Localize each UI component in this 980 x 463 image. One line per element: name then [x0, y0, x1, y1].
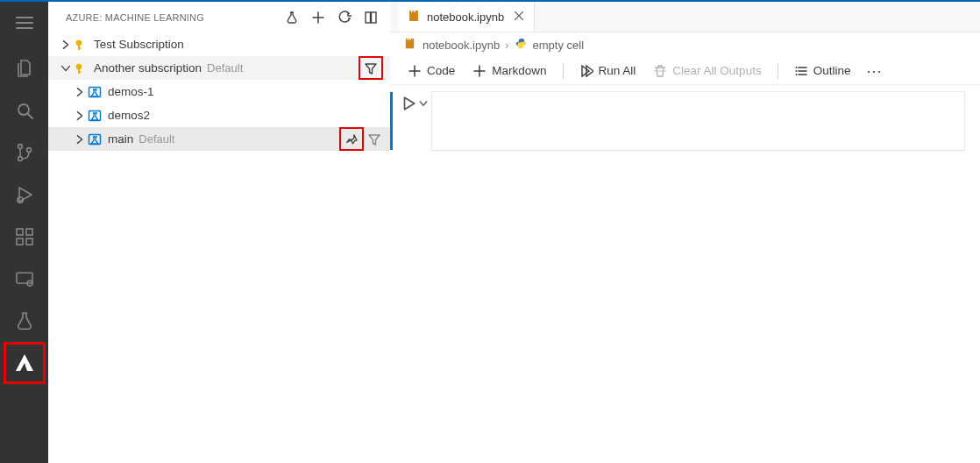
run-options-button[interactable] — [418, 98, 429, 111]
extensions-icon[interactable] — [4, 216, 46, 258]
chevron-right-icon[interactable] — [73, 133, 87, 146]
workspace-label: demos2 — [108, 109, 150, 122]
workspace-item[interactable]: main Default — [48, 127, 390, 151]
default-badge: Default — [138, 132, 174, 146]
test-icon[interactable] — [4, 300, 46, 342]
menu-button[interactable] — [4, 7, 46, 39]
workspace-label: main — [108, 132, 133, 146]
collapse-button[interactable] — [359, 6, 383, 29]
subscription-label: Test Subscription — [94, 38, 184, 51]
workspace-label: demos-1 — [108, 85, 154, 98]
code-cell[interactable] — [432, 92, 964, 150]
toolbar-separator — [563, 63, 564, 79]
chevron-right-icon[interactable] — [59, 39, 73, 51]
key-icon — [73, 61, 89, 75]
subscription-tree: Test Subscription Another subscription D… — [48, 32, 390, 151]
notebook-icon — [408, 9, 422, 25]
remote-explorer-icon[interactable] — [4, 258, 46, 300]
tab-label: notebook.ipynb — [427, 11, 504, 24]
cell-focus-indicator — [390, 92, 393, 150]
cell-run-area — [401, 96, 429, 114]
filter-button[interactable] — [366, 128, 383, 151]
python-icon — [515, 37, 528, 53]
breadcrumb-cell[interactable]: empty cell — [533, 39, 585, 52]
workspace-item[interactable]: demos2 — [48, 103, 390, 127]
sidebar-header: AZURE: MACHINE LEARNING — [48, 2, 390, 32]
chevron-right-icon: › — [505, 39, 508, 52]
create-experiment-button[interactable] — [280, 6, 304, 29]
more-actions-button[interactable]: ⋯ — [861, 61, 888, 81]
toolbar-separator — [778, 63, 778, 79]
clear-outputs-button[interactable]: Clear All Outputs — [646, 60, 768, 82]
search-icon[interactable] — [4, 89, 46, 132]
workspace-item[interactable]: demos-1 — [48, 80, 390, 103]
run-all-button[interactable]: Run All — [572, 60, 643, 82]
subscription-item[interactable]: Another subscription Default — [48, 56, 390, 80]
notebook-body — [390, 85, 980, 463]
notebook-toolbar: Code Markdown Run All Clear All Outputs … — [390, 57, 980, 85]
azure-icon[interactable] — [4, 342, 46, 384]
pin-highlight — [339, 127, 364, 151]
workspace-icon — [87, 132, 103, 146]
activity-bar — [0, 2, 48, 463]
source-control-icon[interactable] — [4, 132, 46, 174]
subscription-item[interactable]: Test Subscription — [48, 32, 390, 56]
workspace-icon — [87, 85, 103, 99]
outline-button[interactable]: Outline — [787, 60, 858, 82]
workspace-icon — [87, 109, 103, 123]
key-icon — [73, 38, 89, 52]
breadcrumb[interactable]: notebook.ipynb › empty cell — [390, 32, 980, 57]
sidebar: AZURE: MACHINE LEARNING Test Subscriptio… — [48, 2, 390, 463]
add-code-button[interactable]: Code — [401, 60, 462, 82]
close-tab-button[interactable] — [513, 10, 525, 25]
editor-area: notebook.ipynb notebook.ipynb › empty ce… — [390, 2, 980, 463]
default-badge: Default — [207, 61, 243, 75]
notebook-icon — [404, 37, 417, 53]
add-markdown-button[interactable]: Markdown — [465, 60, 553, 82]
explorer-icon[interactable] — [4, 47, 46, 89]
add-button[interactable] — [306, 6, 330, 29]
run-debug-icon[interactable] — [4, 174, 46, 216]
breadcrumb-file[interactable]: notebook.ipynb — [423, 39, 500, 52]
chevron-right-icon[interactable] — [73, 86, 87, 98]
pin-button[interactable] — [342, 128, 361, 151]
run-cell-button[interactable] — [401, 96, 416, 114]
filter-highlight — [359, 56, 383, 80]
chevron-right-icon[interactable] — [73, 110, 87, 122]
filter-button[interactable] — [361, 57, 380, 80]
refresh-button[interactable] — [332, 6, 357, 29]
editor-tab[interactable]: notebook.ipynb — [399, 2, 535, 32]
editor-tabs: notebook.ipynb — [390, 2, 980, 32]
sidebar-title: AZURE: MACHINE LEARNING — [66, 12, 280, 23]
subscription-label: Another subscription — [94, 61, 202, 75]
chevron-down-icon[interactable] — [59, 62, 73, 75]
